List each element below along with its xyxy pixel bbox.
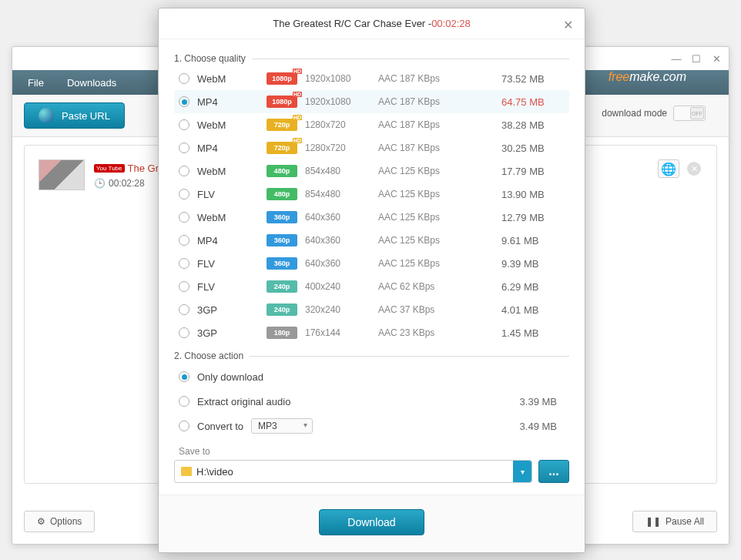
- maximize-button[interactable]: ☐: [690, 52, 702, 65]
- quality-size: 73.52 MB: [471, 73, 565, 85]
- quality-audio: AAC 187 KBps: [378, 143, 463, 153]
- quality-badge: 360p: [267, 211, 297, 223]
- quality-badge: 480p: [267, 165, 297, 177]
- radio-icon: [179, 143, 189, 153]
- open-browser-button[interactable]: 🌐: [658, 159, 679, 178]
- quality-badge: 720p: [267, 142, 297, 154]
- quality-row[interactable]: 3GP240p320x240AAC 37 KBps4.01 MB: [174, 298, 569, 321]
- quality-row[interactable]: WebM480p854x480AAC 125 KBps17.79 MB: [174, 159, 569, 183]
- quality-size: 4.01 MB: [471, 304, 565, 316]
- quality-audio: AAC 125 KBps: [378, 166, 463, 176]
- quality-row[interactable]: FLV480p854x480AAC 125 KBps13.90 MB: [174, 183, 569, 206]
- quality-audio: AAC 125 KBps: [378, 212, 463, 223]
- quality-size: 38.28 MB: [471, 119, 565, 131]
- quality-resolution: 854x480: [305, 189, 370, 200]
- quality-row[interactable]: 3GP180p176x144AAC 23 KBps1.45 MB: [174, 321, 569, 344]
- action-label: Extract original audio: [197, 396, 290, 407]
- section-choose-action: 2. Choose action: [174, 350, 569, 361]
- section-choose-quality: 1. Choose quality: [174, 53, 569, 64]
- browse-button[interactable]: ...: [538, 460, 569, 483]
- save-path-input[interactable]: H:\video ▾: [174, 460, 532, 483]
- quality-resolution: 640x360: [305, 235, 370, 246]
- quality-size: 64.75 MB: [471, 96, 565, 108]
- quality-format: FLV: [197, 281, 259, 293]
- action-list: Only download Extract original audio 3.3…: [174, 364, 569, 438]
- quality-size: 9.61 MB: [471, 235, 565, 246]
- quality-row[interactable]: MP41080p1920x1080AAC 187 KBps64.75 MB: [174, 90, 569, 113]
- download-mode-label: download mode: [602, 108, 667, 119]
- quality-format: WebM: [197, 166, 259, 177]
- radio-icon: [179, 96, 189, 107]
- video-thumbnail: [39, 159, 85, 190]
- download-button[interactable]: Download: [319, 509, 424, 535]
- quality-audio: AAC 125 KBps: [378, 235, 463, 246]
- quality-badge: 360p: [267, 257, 297, 270]
- radio-icon: [179, 258, 189, 269]
- quality-size: 1.45 MB: [471, 327, 565, 339]
- save-path-text: H:\video: [196, 466, 233, 478]
- download-mode-toggle[interactable]: OFF: [673, 106, 706, 121]
- quality-row[interactable]: FLV360p640x360AAC 125 KBps9.39 MB: [174, 252, 569, 275]
- pause-all-button[interactable]: ❚❚Pause All: [632, 511, 717, 532]
- action-convert[interactable]: Convert to MP3 3.49 MB: [174, 414, 569, 438]
- quality-resolution: 640x360: [305, 258, 370, 269]
- radio-icon: [179, 189, 189, 200]
- quality-row[interactable]: FLV240p400x240AAC 62 KBps6.29 MB: [174, 275, 569, 298]
- video-duration: 00:02:28: [109, 178, 145, 189]
- clock-icon: 🕒: [94, 178, 106, 189]
- chevron-down-icon[interactable]: ▾: [513, 461, 531, 482]
- quality-row[interactable]: MP4 360p640x360AAC 125 KBps9.61 MB: [174, 229, 569, 252]
- quality-badge: 240p: [267, 303, 297, 316]
- quality-audio: AAC 187 KBps: [378, 119, 463, 130]
- menu-downloads[interactable]: Downloads: [67, 77, 116, 89]
- save-to-label: Save to: [179, 446, 569, 457]
- quality-format: FLV: [197, 189, 259, 200]
- quality-format: WebM: [197, 119, 259, 131]
- paste-url-label: Paste URL: [62, 110, 110, 122]
- radio-icon: [179, 327, 189, 338]
- quality-audio: AAC 62 KBps: [378, 281, 463, 292]
- quality-audio: AAC 187 KBps: [378, 73, 463, 84]
- quality-resolution: 640x360: [305, 212, 370, 223]
- radio-icon: [179, 212, 189, 223]
- quality-badge: 480p: [267, 188, 297, 200]
- dialog-title: The Greatest R/C Car Chase Ever - 00:02:…: [159, 8, 585, 39]
- quality-audio: AAC 125 KBps: [378, 189, 463, 200]
- action-only-download[interactable]: Only download: [174, 364, 569, 389]
- radio-icon: [179, 396, 189, 407]
- quality-row[interactable]: WebM720p1280x720AAC 187 KBps38.28 MB: [174, 113, 569, 136]
- paste-url-button[interactable]: Paste URL: [24, 102, 125, 129]
- quality-size: 13.90 MB: [471, 189, 565, 200]
- dialog-close-button[interactable]: ✕: [563, 18, 575, 30]
- radio-icon: [179, 235, 189, 246]
- options-button[interactable]: ⚙Options: [24, 511, 95, 532]
- remove-item-button[interactable]: ✕: [687, 162, 701, 176]
- menu-file[interactable]: File: [28, 77, 44, 89]
- quality-size: 9.39 MB: [471, 258, 565, 270]
- quality-row[interactable]: MP4720p1280x720AAC 187 KBps30.25 MB: [174, 136, 569, 159]
- quality-row[interactable]: WebM1080p1920x1080AAC 187 KBps73.52 MB: [174, 67, 569, 90]
- quality-badge: 1080p: [267, 72, 297, 85]
- quality-format: FLV: [197, 258, 259, 270]
- quality-row[interactable]: WebM360p640x360AAC 125 KBps12.79 MB: [174, 206, 569, 229]
- gear-icon: ⚙: [37, 516, 45, 527]
- radio-icon: [179, 304, 189, 315]
- quality-badge: 1080p: [267, 96, 297, 108]
- action-extract-audio[interactable]: Extract original audio 3.39 MB: [174, 389, 569, 414]
- pause-icon: ❚❚: [645, 516, 661, 527]
- quality-size: 6.29 MB: [471, 281, 565, 293]
- quality-resolution: 320x240: [305, 304, 370, 315]
- quality-format: MP4: [197, 235, 259, 246]
- close-button[interactable]: ✕: [710, 52, 723, 65]
- quality-resolution: 1280x720: [305, 119, 370, 130]
- convert-format-select[interactable]: MP3: [251, 418, 313, 434]
- quality-list: WebM1080p1920x1080AAC 187 KBps73.52 MBMP…: [174, 67, 569, 344]
- quality-format: WebM: [197, 73, 259, 85]
- quality-badge: 720p: [267, 119, 297, 131]
- minimize-button[interactable]: —: [670, 52, 682, 65]
- quality-resolution: 1920x1080: [305, 73, 370, 84]
- quality-resolution: 176x144: [305, 327, 370, 338]
- dialog-title-duration: 00:02:28: [431, 18, 471, 29]
- quality-audio: AAC 23 KBps: [378, 327, 463, 338]
- quality-resolution: 854x480: [305, 166, 370, 176]
